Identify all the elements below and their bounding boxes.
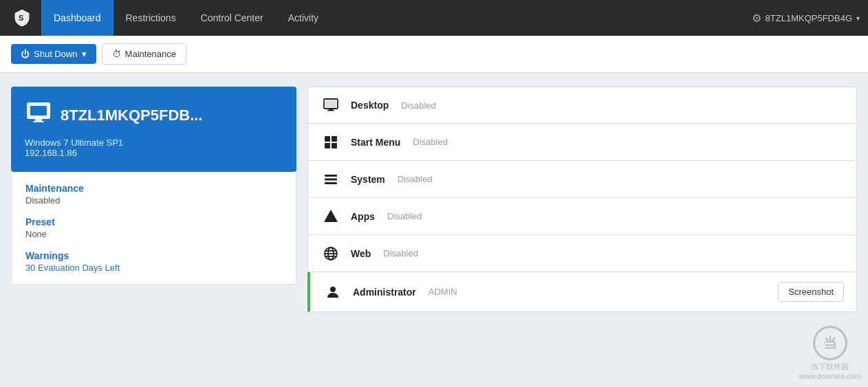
right-panel: Desktop Disabled Start Menu Disabled: [307, 87, 857, 312]
apps-status: Disabled: [387, 211, 422, 221]
svg-rect-3: [30, 106, 47, 115]
restriction-row-desktop[interactable]: Desktop Disabled: [307, 87, 857, 124]
web-status: Disabled: [383, 248, 418, 258]
device-ip: 192.168.1.86: [25, 148, 283, 158]
power-icon: ⏻: [21, 49, 30, 59]
svg-rect-8: [329, 109, 333, 110]
device-name: 8TZL1MKQP5FDB...: [61, 107, 203, 124]
preset-label: Preset: [25, 217, 282, 228]
restriction-row-startmenu[interactable]: Start Menu Disabled: [307, 124, 857, 161]
start-menu-icon: [321, 134, 341, 151]
restriction-row-web[interactable]: Web Disabled: [307, 235, 857, 272]
shutdown-label: Shut Down: [34, 49, 78, 59]
watermark: 当 当下软件园 www.downxia.com: [799, 326, 861, 380]
nav-activity[interactable]: Activity: [276, 0, 331, 36]
warnings-info: Warnings 30 Evaluation Days Left: [25, 250, 282, 273]
device-card: 8TZL1MKQP5FDB... Windows 7 Ultimate SP1 …: [11, 87, 296, 172]
device-os: Windows 7 Ultimate SP1: [25, 137, 283, 148]
desktop-status: Disabled: [401, 100, 436, 111]
left-panel: 8TZL1MKQP5FDB... Windows 7 Ultimate SP1 …: [11, 87, 296, 285]
maintenance-info: Maintenance Disabled: [25, 183, 282, 206]
nav-restrictions[interactable]: Restrictions: [113, 0, 188, 36]
top-navigation: S Dashboard Restrictions Control Center …: [0, 0, 868, 36]
gear-icon: ⚙: [752, 12, 761, 25]
startmenu-name: Start Menu: [351, 137, 400, 148]
device-header: 8TZL1MKQP5FDB...: [25, 100, 283, 131]
svg-rect-7: [325, 100, 336, 107]
maintenance-button[interactable]: ⏱ Maintenance: [102, 43, 186, 65]
svg-rect-10: [325, 136, 330, 142]
svg-rect-11: [332, 136, 337, 142]
dropdown-arrow-icon: ▾: [82, 49, 87, 59]
desktop-icon: [321, 97, 341, 113]
main-content: 8TZL1MKQP5FDB... Windows 7 Ultimate SP1 …: [0, 73, 868, 326]
toolbar: ⏻ Shut Down ▾ ⏱ Maintenance: [0, 36, 868, 73]
warnings-link[interactable]: 30 Evaluation Days Left: [25, 263, 282, 273]
web-icon: [321, 245, 341, 262]
system-name: System: [351, 174, 385, 185]
nav-dashboard[interactable]: Dashboard: [41, 0, 113, 36]
preset-info: Preset None: [25, 217, 282, 239]
user-icon: [323, 284, 343, 300]
admin-role: ADMIN: [428, 287, 457, 297]
username: 8TZL1MKQP5FDB4G: [766, 13, 852, 23]
restriction-row-apps[interactable]: Apps Disabled: [307, 198, 857, 235]
svg-rect-14: [325, 175, 337, 177]
monitor-icon: [25, 100, 52, 131]
maintenance-label: Maintenance: [25, 183, 282, 194]
preset-value: None: [25, 229, 282, 239]
svg-rect-15: [325, 178, 337, 180]
nav-control-center[interactable]: Control Center: [188, 0, 276, 36]
svg-rect-12: [325, 143, 330, 148]
svg-marker-17: [324, 210, 338, 222]
system-status: Disabled: [398, 174, 433, 184]
warnings-label: Warnings: [25, 250, 282, 261]
maintenance-value: Disabled: [25, 195, 282, 206]
admin-name: Administrator: [353, 287, 416, 298]
system-icon: [321, 171, 341, 188]
restriction-row-system[interactable]: System Disabled: [307, 161, 857, 198]
apps-name: Apps: [351, 211, 375, 222]
shutdown-button[interactable]: ⏻ Shut Down ▾: [11, 44, 96, 64]
svg-rect-4: [35, 119, 42, 121]
svg-rect-5: [33, 121, 44, 122]
desktop-name: Desktop: [351, 100, 389, 111]
chevron-down-icon: ▾: [856, 14, 860, 22]
svg-rect-9: [327, 110, 334, 111]
screenshot-button[interactable]: Screenshot: [778, 282, 844, 302]
svg-rect-13: [332, 143, 337, 148]
svg-text:S: S: [19, 14, 24, 22]
user-menu[interactable]: ⚙ 8TZL1MKQP5FDB4G ▾: [752, 12, 860, 25]
svg-rect-16: [325, 182, 337, 184]
clock-icon: ⏱: [112, 49, 121, 59]
info-panel: Maintenance Disabled Preset None Warning…: [11, 172, 296, 285]
startmenu-status: Disabled: [413, 137, 448, 147]
web-name: Web: [351, 248, 371, 259]
apps-icon: [321, 208, 341, 225]
admin-row: Administrator ADMIN Screenshot: [307, 272, 857, 312]
maintenance-label: Maintenance: [125, 49, 176, 59]
app-logo: S: [8, 4, 36, 32]
svg-point-23: [330, 287, 336, 292]
